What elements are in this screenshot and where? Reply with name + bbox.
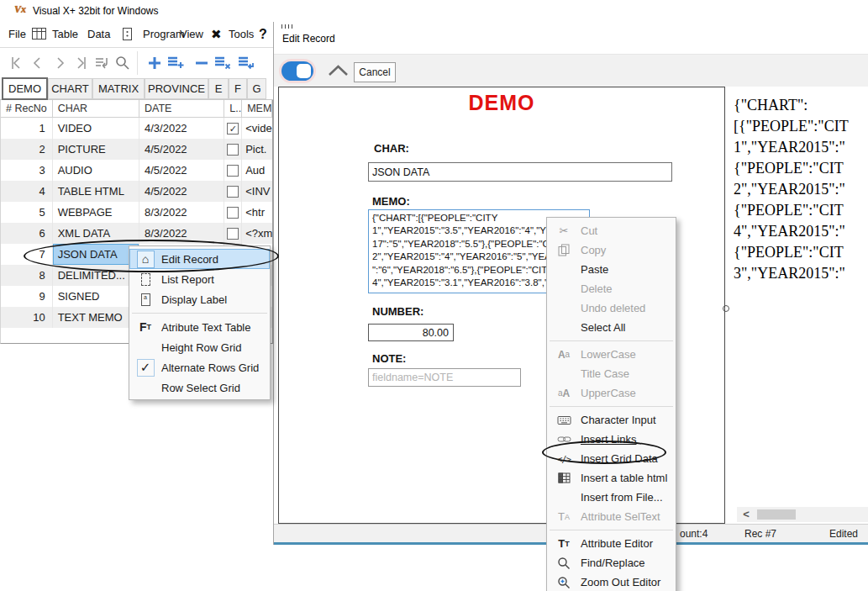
- col-recno[interactable]: # RecNo: [1, 100, 53, 117]
- menu-item-zoom-out-editor[interactable]: Zoom Out Editor: [547, 573, 676, 591]
- col-char[interactable]: CHAR: [53, 100, 139, 117]
- menu-tools[interactable]: Tools: [229, 26, 254, 43]
- table-icon: [32, 28, 46, 43]
- number-label: NUMBER:: [372, 305, 423, 318]
- menu-data[interactable]: Data: [87, 26, 110, 43]
- tab-matrix[interactable]: MATRIX: [92, 78, 145, 99]
- menu-item-cut[interactable]: ✂ Cut: [547, 221, 676, 240]
- checkbox-checked[interactable]: ✓: [227, 123, 239, 135]
- grid-header: # RecNo CHAR DATE L... MEM: [1, 100, 272, 118]
- list-report-icon: [141, 273, 150, 286]
- menu-item-insert-links[interactable]: Insert Links: [547, 430, 676, 449]
- goto-record-button[interactable]: [91, 52, 113, 74]
- checkbox-unchecked[interactable]: [227, 228, 239, 240]
- table-row[interactable]: 6 XML DATA 8/3/2022 <?xm: [1, 223, 272, 244]
- char-field[interactable]: [368, 162, 672, 182]
- save-toggle[interactable]: [281, 61, 313, 81]
- menu-item-insert-from-file[interactable]: Insert from File...: [547, 488, 676, 507]
- help-menu[interactable]: ?: [259, 26, 267, 43]
- app-icon: Vx: [14, 3, 29, 18]
- record-json-panel: {"CHART": [{"PEOPLE":"CIT 1","YEAR2015":…: [730, 87, 868, 507]
- collapse-chevron-icon[interactable]: [327, 63, 350, 81]
- table-html-icon: [547, 472, 581, 483]
- menu-item-height-row-grid[interactable]: Height Row Grid: [129, 337, 270, 357]
- cancel-button[interactable]: Cancel: [354, 62, 396, 82]
- table-row[interactable]: 5 WEBPAGE 8/3/2022 <htr: [1, 202, 272, 223]
- menu-item-atribute-text-table[interactable]: FT Atribute Text Table: [129, 317, 270, 337]
- menu-item-title-case[interactable]: Title Case: [547, 364, 676, 383]
- col-memo[interactable]: MEM: [242, 100, 272, 117]
- menu-item-attribute-editor[interactable]: TT Attribute Editor: [547, 534, 676, 553]
- col-date[interactable]: DATE: [139, 100, 224, 117]
- menu-item-attribute-seltext[interactable]: TA Attribute SelText: [547, 507, 676, 526]
- menu-item-delete[interactable]: Delete: [547, 279, 676, 298]
- delete-row-button[interactable]: [212, 52, 234, 74]
- status-record: Rec #7: [744, 528, 776, 540]
- edit-record-icon: ⌂: [137, 251, 155, 268]
- menu-item-select-all[interactable]: Select All: [547, 318, 676, 337]
- menu-item-alternate-rows-grid[interactable]: ✓ Alternate Rows Grid: [129, 357, 270, 377]
- tab-f[interactable]: F: [229, 78, 247, 99]
- menu-item-paste[interactable]: Paste: [547, 260, 676, 279]
- copy-icon: [547, 244, 581, 256]
- caption-dots: [281, 24, 293, 29]
- menu-file[interactable]: File: [8, 26, 26, 43]
- menu-item-character-input[interactable]: Character Input: [547, 410, 676, 430]
- append-row-button[interactable]: [165, 52, 187, 74]
- next-record-button[interactable]: [49, 52, 71, 74]
- menu-item-list-report[interactable]: List Report: [129, 269, 270, 289]
- menu-view[interactable]: View: [180, 26, 203, 43]
- commit-row-button[interactable]: [235, 52, 257, 74]
- note-field[interactable]: [368, 368, 521, 387]
- status-edited: Edited: [829, 528, 858, 540]
- table-row[interactable]: 2 PICTURE 4/5/2022 Pict.: [1, 139, 272, 160]
- menu-program[interactable]: Program: [143, 26, 185, 43]
- checkbox-unchecked[interactable]: [227, 186, 239, 198]
- scrollbar-thumb[interactable]: [757, 509, 796, 520]
- checkbox-unchecked[interactable]: [227, 165, 239, 177]
- menu-item-uppercase[interactable]: aA UpperCase: [547, 383, 676, 403]
- checkbox-unchecked[interactable]: [227, 207, 239, 219]
- menu-item-undo-deleted[interactable]: Undo deleted: [547, 298, 676, 318]
- menu-item-edit-record[interactable]: ⌂ Edit Record: [129, 249, 270, 269]
- tab-g[interactable]: G: [247, 78, 266, 99]
- menu-item-find-replace[interactable]: Find/Replace: [547, 553, 676, 573]
- tab-demo[interactable]: DEMO: [2, 77, 48, 100]
- menu-item-display-label[interactable]: a Display Label: [129, 289, 270, 309]
- number-field[interactable]: [368, 324, 454, 341]
- annotation-dot: [723, 305, 729, 312]
- menu-separator: [132, 313, 267, 314]
- checkbox-unchecked[interactable]: [227, 144, 239, 156]
- col-logical[interactable]: L...: [224, 100, 242, 117]
- tab-e[interactable]: E: [208, 78, 229, 99]
- last-record-button[interactable]: [71, 52, 92, 74]
- menu-bar: File Table Data Program View ✖ Tools ?: [0, 24, 277, 45]
- scroll-left-icon[interactable]: <: [740, 508, 752, 521]
- add-record-button[interactable]: [144, 52, 166, 74]
- menu-item-lowercase[interactable]: Aa LowerCase: [547, 345, 676, 364]
- previous-record-button[interactable]: [27, 52, 49, 74]
- table-row[interactable]: 4 TABLE HTML 4/5/2022 <INV: [1, 181, 272, 202]
- tab-province[interactable]: PROVINCE: [145, 78, 208, 99]
- tab-strip: DEMO CHART MATRIX PROVINCE E F G: [0, 77, 273, 100]
- remove-record-button[interactable]: [191, 52, 213, 74]
- menu-item-copy[interactable]: Copy: [547, 240, 676, 260]
- toolbar-separator: [137, 51, 138, 75]
- edit-window-caption: Edit Record: [282, 33, 335, 45]
- search-button[interactable]: [112, 52, 134, 74]
- lowercase-icon: Aa: [547, 349, 581, 361]
- first-record-button[interactable]: [5, 52, 27, 74]
- title-bar: Vx Visual X+ 32bit for Windows: [0, 0, 868, 22]
- table-row[interactable]: 1 VIDEO 4/3/2022 ✓ <vide: [1, 118, 272, 139]
- zoom-out-editor-icon: [547, 576, 581, 589]
- menu-item-insert-table-html[interactable]: Insert a table html: [547, 468, 676, 488]
- menu-table[interactable]: Table: [52, 26, 78, 43]
- tab-chart[interactable]: CHART: [48, 78, 92, 99]
- table-row[interactable]: 3 AUDIO 4/5/2022 Aud: [1, 160, 272, 181]
- edit-toolbar: Cancel: [274, 54, 868, 87]
- menu-item-insert-grid-data[interactable]: </> Insert Grid Data: [547, 449, 676, 468]
- menu-item-row-select-grid[interactable]: Row Select Grid: [129, 377, 270, 398]
- attribute-seltext-icon: TA: [547, 510, 581, 523]
- note-label: NOTE:: [372, 352, 406, 365]
- code-icon: </>: [557, 454, 571, 464]
